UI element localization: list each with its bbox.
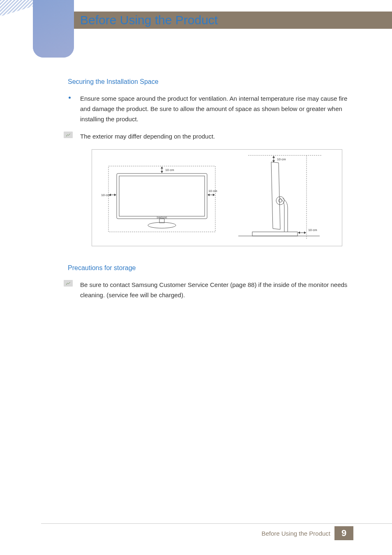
installation-space-diagram: SAMSUNG 10 cm 10 cm [92,149,342,246]
svg-text:10 cm: 10 cm [101,193,110,197]
svg-text:10 cm: 10 cm [208,189,217,193]
svg-marker-10 [161,171,163,173]
page-title: Before Using the Product [80,12,218,29]
svg-marker-17 [208,194,210,196]
note-text: Be sure to contact Samsung Customer Serv… [80,280,359,301]
content-area: Securing the Installation Space Ensure s… [68,78,359,308]
svg-point-7 [148,222,176,228]
svg-text:10 cm: 10 cm [277,157,286,161]
svg-rect-4 [117,173,207,219]
diagram-right-clearance: 10 cm [208,189,217,196]
svg-marker-27 [272,156,275,158]
svg-marker-31 [298,231,300,234]
section-tab [33,0,74,58]
svg-marker-18 [213,194,215,196]
svg-rect-23 [252,232,297,236]
note-item: Be sure to contact Samsung Customer Serv… [68,280,359,301]
svg-rect-5 [119,176,205,216]
note-text: The exterior may differ depending on the… [80,132,215,142]
diagram-side-back-clearance: 10 cm [298,228,317,234]
diagram-brand-label: SAMSUNG [157,216,167,219]
svg-marker-14 [114,194,116,196]
note-icon [64,132,73,138]
note-icon [64,280,73,287]
svg-text:10 cm: 10 cm [165,168,174,172]
bullet-icon [68,94,80,124]
svg-marker-32 [304,231,306,234]
subheading-securing: Securing the Installation Space [68,78,359,86]
diagram-side-view: 10 cm 10 cm [224,150,342,246]
svg-point-24 [276,197,284,205]
note-item: The exterior may differ depending on the… [68,132,359,142]
subheading-precautions: Precautions for storage [68,264,359,272]
page-number: 9 [334,526,353,540]
footer-section-title: Before Using the Product [261,530,330,537]
diagram-front-view: SAMSUNG 10 cm 10 cm [92,150,224,246]
footer-divider [41,523,392,524]
svg-point-25 [279,199,282,202]
svg-marker-9 [161,166,163,169]
svg-text:10 cm: 10 cm [308,228,317,232]
diagram-left-clearance: 10 cm [101,193,116,197]
document-page: { "header": { "title": "Before Using the… [0,0,392,555]
diagram-top-clearance: 10 cm [161,166,174,173]
diagram-side-top-clearance: 10 cm [272,156,286,162]
bullet-text: Ensure some space around the product for… [80,94,359,124]
bullet-item: Ensure some space around the product for… [68,94,359,124]
